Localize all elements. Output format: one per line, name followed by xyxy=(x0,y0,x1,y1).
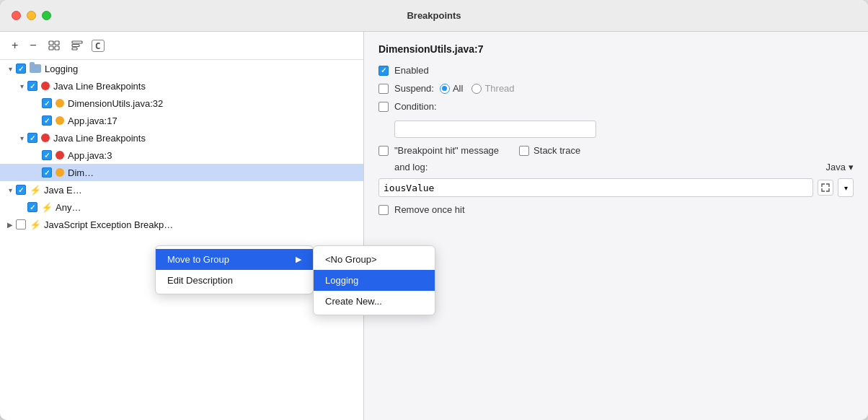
submenu: <No Group> Logging Create New... xyxy=(313,245,435,315)
java-dropdown[interactable]: Java ▾ xyxy=(826,162,854,172)
chevron-icon: ▾ xyxy=(6,64,14,73)
item-label-java-exc: Java E… xyxy=(44,185,82,196)
message-label: "Breakpoint hit" message xyxy=(394,145,499,156)
dot-red-icon xyxy=(56,151,64,159)
move-to-group-label: Move to Group xyxy=(167,254,229,265)
submenu-logging[interactable]: Logging xyxy=(314,270,435,291)
suspend-radio-group: All Thread xyxy=(440,83,515,94)
edit-description-label: Edit Description xyxy=(167,275,233,286)
titlebar: Breakpoints xyxy=(0,0,868,32)
edit-description-menu-item[interactable]: Edit Description xyxy=(156,270,313,291)
suspend-checkbox[interactable] xyxy=(378,84,389,94)
svg-rect-1 xyxy=(55,41,59,45)
tree-item-dimension-32[interactable]: ▾ DimensionUtils.java:32 xyxy=(0,95,363,112)
item-checkbox-logging[interactable] xyxy=(16,64,26,74)
dot-orange-icon xyxy=(56,116,64,125)
item-checkbox-app-17[interactable] xyxy=(42,115,52,126)
remove-once-checkbox[interactable] xyxy=(378,205,389,215)
group-button[interactable] xyxy=(45,39,63,52)
condition-input[interactable] xyxy=(394,121,596,138)
tree-item-java-line-1[interactable]: ▾ Java Line Breakpoints xyxy=(0,77,363,95)
radio-all[interactable]: All xyxy=(440,83,463,94)
logging-label: Logging xyxy=(325,275,358,286)
expr-input[interactable] xyxy=(378,178,813,197)
log-row: and log: Java ▾ xyxy=(378,162,854,172)
suspend-label: Suspend: xyxy=(394,83,434,94)
item-checkbox-js-exc[interactable] xyxy=(16,219,26,229)
enabled-checkbox[interactable] xyxy=(378,66,389,76)
remove-breakpoint-button[interactable]: − xyxy=(27,38,39,53)
tree-item-logging-group[interactable]: ▾ Logging xyxy=(0,60,363,77)
item-label-js-exc: JavaScript Exception Breakp… xyxy=(44,219,173,230)
tree-item-java-exc[interactable]: ▾ ⚡ Java E… xyxy=(0,181,363,198)
remove-once-row: Remove once hit xyxy=(378,204,854,215)
item-label-app-3: App.java:3 xyxy=(68,150,112,161)
dropdown-arrow-button[interactable]: ▾ xyxy=(838,178,854,197)
chevron-icon: ▾ xyxy=(6,185,14,194)
lightning-icon: ⚡ xyxy=(30,219,41,230)
svg-rect-2 xyxy=(49,46,53,50)
sort-icon xyxy=(71,40,83,51)
window-title: Breakpoints xyxy=(407,10,461,21)
item-label-java-line-2: Java Line Breakpoints xyxy=(53,133,146,144)
enabled-label: Enabled xyxy=(394,65,429,76)
right-panel: DimensionUtils.java:7 Enabled Suspend: A… xyxy=(364,32,868,420)
svg-rect-6 xyxy=(72,48,77,50)
minimize-button[interactable] xyxy=(27,11,36,20)
breakpoints-toolbar: + − C xyxy=(0,32,363,60)
enabled-row: Enabled xyxy=(378,65,854,76)
item-label-dim: Dim… xyxy=(68,167,94,178)
svg-rect-0 xyxy=(49,41,53,45)
radio-thread[interactable]: Thread xyxy=(471,83,514,94)
item-checkbox-java-exc[interactable] xyxy=(16,185,26,195)
tree-item-app-17[interactable]: ▾ App.java:17 xyxy=(0,112,363,129)
tree-item-dim-context[interactable]: ▾ Dim… xyxy=(0,164,363,181)
remove-once-label: Remove once hit xyxy=(394,204,465,215)
breakpoints-tree: ▾ Logging ▾ Java Line Breakpoints ▾ xyxy=(0,60,363,420)
radio-all-btn[interactable] xyxy=(440,84,450,94)
submenu-no-group[interactable]: <No Group> xyxy=(314,249,435,270)
submenu-create-new[interactable]: Create New... xyxy=(314,291,435,312)
tree-item-app-3[interactable]: ▾ App.java:3 xyxy=(0,146,363,164)
no-group-label: <No Group> xyxy=(325,254,377,265)
filter-button[interactable]: C xyxy=(92,40,105,52)
item-checkbox-java-line-2[interactable] xyxy=(27,133,37,143)
item-checkbox-java-line-1[interactable] xyxy=(27,81,37,91)
radio-thread-btn[interactable] xyxy=(471,84,482,94)
expand-button[interactable] xyxy=(818,180,833,196)
item-checkbox-dim[interactable] xyxy=(42,167,52,178)
move-to-group-menu-item[interactable]: Move to Group ▶ xyxy=(156,249,313,270)
stack-trace-group: Stack trace xyxy=(519,145,580,156)
add-breakpoint-button[interactable]: + xyxy=(9,38,21,53)
dot-orange-icon xyxy=(56,168,64,177)
item-label-dimension-32: DimensionUtils.java:32 xyxy=(68,98,163,109)
suspend-row: Suspend: All Thread xyxy=(378,83,854,94)
left-panel: + − C xyxy=(0,32,364,420)
item-checkbox-any-exc[interactable] xyxy=(27,202,37,212)
stack-trace-label: Stack trace xyxy=(533,145,580,156)
dot-red-icon xyxy=(41,134,50,142)
condition-label: Condition: xyxy=(394,101,437,112)
item-label-logging: Logging xyxy=(45,64,78,74)
log-label: and log: xyxy=(394,162,428,172)
create-new-label: Create New... xyxy=(325,296,382,307)
svg-rect-3 xyxy=(55,46,59,50)
message-checkbox[interactable] xyxy=(378,146,389,156)
app-window: Breakpoints + − xyxy=(0,0,868,420)
tree-item-java-line-2[interactable]: ▾ Java Line Breakpoints xyxy=(0,129,363,146)
stack-trace-checkbox[interactable] xyxy=(519,146,529,156)
main-layout: + − C xyxy=(0,32,868,420)
maximize-button[interactable] xyxy=(42,11,51,20)
item-label-java-line-1: Java Line Breakpoints xyxy=(53,81,146,92)
svg-rect-4 xyxy=(72,41,82,43)
item-checkbox-dimension-32[interactable] xyxy=(42,98,52,108)
close-button[interactable] xyxy=(12,11,21,20)
tree-item-any-exc[interactable]: ▾ ⚡ Any… xyxy=(0,198,363,216)
condition-checkbox[interactable] xyxy=(378,102,389,112)
tree-item-js-exc[interactable]: ▶ ⚡ JavaScript Exception Breakp… xyxy=(0,216,363,233)
sort-button[interactable] xyxy=(68,39,86,52)
item-checkbox-app-3[interactable] xyxy=(42,150,52,160)
radio-thread-label: Thread xyxy=(484,83,514,94)
item-label-app-17: App.java:17 xyxy=(68,115,118,126)
folder-icon xyxy=(30,64,41,73)
